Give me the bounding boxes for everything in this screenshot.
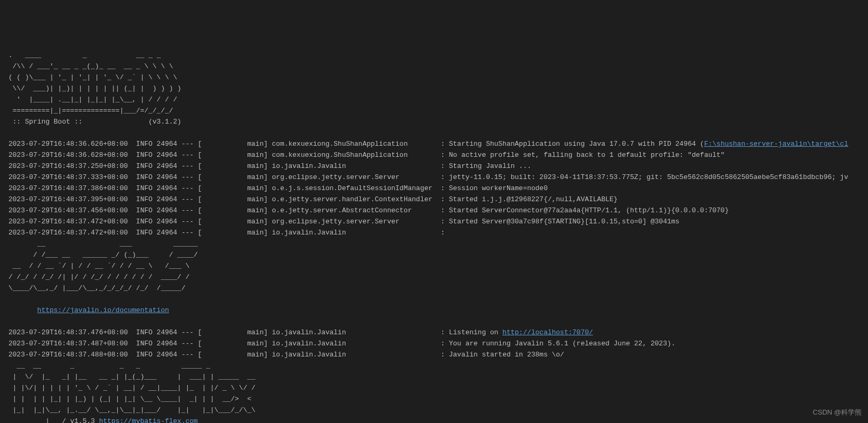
doc-link-prefix	[8, 306, 37, 314]
log-line: 2023-07-29T16:48:37.472+08:00 INFO 24964…	[8, 229, 445, 237]
file-path-link[interactable]: F:\shushan-server-javalin\target\cl	[704, 140, 848, 148]
localhost-link[interactable]: http://localhost:7070/	[502, 328, 593, 336]
log-line: 2023-07-29T16:48:37.456+08:00 INFO 24964…	[8, 206, 729, 214]
log-line: 2023-07-29T16:48:37.333+08:00 INFO 24964…	[8, 173, 848, 181]
mybatis-banner-ascii: __ __ _ _ _ _____ _ | \/ |_ _| |__ __ _|…	[8, 362, 255, 423]
log-line: 2023-07-29T16:48:37.476+08:00 INFO 24964…	[8, 328, 502, 336]
csdn-watermark: CSDN @科学熊	[813, 407, 862, 418]
log-line: 2023-07-29T16:48:36.628+08:00 INFO 24964…	[8, 151, 724, 159]
log-line: 2023-07-29T16:48:37.472+08:00 INFO 24964…	[8, 218, 680, 225]
log-line: 2023-07-29T16:48:37.395+08:00 INFO 24964…	[8, 195, 618, 203]
log-line: 2023-07-29T16:48:36.626+08:00 INFO 24964…	[8, 140, 704, 148]
log-line: 2023-07-29T16:48:37.488+08:00 INFO 24964…	[8, 351, 564, 359]
mybatis-flex-link[interactable]: https://mybatis-flex.com	[99, 417, 198, 423]
spring-banner-ascii: . ____ _ __ _ _ /\\ / ___'_ __ _ _(_)_ _…	[8, 51, 182, 115]
log-line: 2023-07-29T16:48:37.386+08:00 INFO 24964…	[8, 184, 548, 192]
javalin-doc-link[interactable]: https://javalin.io/documentation	[37, 306, 169, 314]
log-line: 2023-07-29T16:48:37.250+08:00 INFO 24964…	[8, 162, 531, 170]
log-line: 2023-07-29T16:48:37.487+08:00 INFO 24964…	[8, 340, 675, 347]
spring-boot-version: :: Spring Boot :: (v3.1.2)	[8, 118, 182, 126]
console-output[interactable]: . ____ _ __ _ _ /\\ / ___'_ __ _ _(_)_ _…	[8, 50, 860, 423]
javalin-banner-ascii: __ ___ ______ / /___ __ ______ _/ (_)___…	[8, 240, 198, 292]
